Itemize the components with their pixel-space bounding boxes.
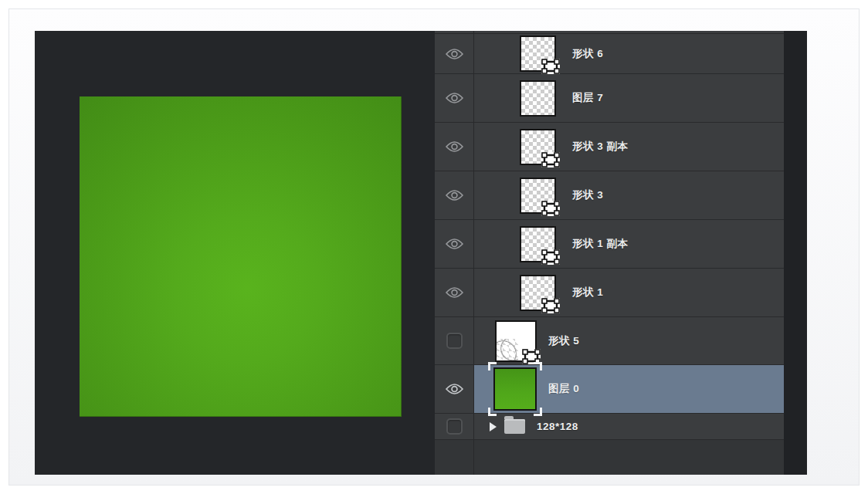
selection-bracket	[534, 408, 542, 416]
visibility-toggle[interactable]	[435, 414, 474, 439]
layer-row-layer7[interactable]: 图层 7	[435, 74, 784, 123]
eye-icon	[445, 48, 464, 60]
layer-row-shape1-copy[interactable]: 形状 1 副本	[435, 220, 784, 269]
visibility-toggle[interactable]	[435, 220, 474, 268]
visibility-toggle[interactable]	[435, 34, 474, 73]
photoshop-workspace: 形状 6 图层 7 形状 3 副本	[35, 31, 807, 475]
vector-mask-badge	[541, 297, 561, 314]
vector-mask-badge	[541, 151, 561, 168]
panel-scrollbar-track[interactable]	[784, 31, 807, 475]
layer-name[interactable]: 形状 6	[572, 47, 603, 61]
group-name[interactable]: 128*128	[537, 421, 578, 432]
selection-bracket	[534, 362, 542, 370]
eye-icon	[445, 383, 464, 395]
layer-name[interactable]: 形状 1 副本	[572, 237, 629, 251]
visibility-toggle[interactable]	[435, 123, 474, 171]
vector-mask-badge	[541, 58, 561, 75]
empty-checkbox-icon	[446, 418, 463, 435]
layers-panel: 形状 6 图层 7 形状 3 副本	[435, 31, 784, 475]
vector-mask-badge	[541, 200, 561, 217]
layer-thumbnail[interactable]	[520, 129, 556, 165]
green-square-artwork	[80, 96, 402, 417]
vector-mask-badge	[541, 249, 561, 266]
layer-row-layer0[interactable]: 图层 0	[435, 365, 784, 414]
eye-icon	[445, 189, 464, 201]
layer-row-shape3-copy[interactable]: 形状 3 副本	[435, 123, 784, 171]
layer-name[interactable]: 图层 0	[548, 382, 579, 396]
selected-thumbnail-wrap[interactable]	[493, 367, 537, 411]
group-row-128x128[interactable]: 128*128	[435, 414, 784, 440]
eye-icon	[445, 140, 464, 153]
document-canvas[interactable]	[35, 31, 435, 475]
visibility-toggle[interactable]	[435, 74, 474, 122]
layer-thumbnail[interactable]	[520, 178, 556, 214]
visibility-toggle[interactable]	[435, 317, 474, 364]
layer-thumbnail[interactable]	[493, 367, 537, 411]
visibility-toggle[interactable]	[435, 171, 474, 219]
shape-preview	[497, 339, 518, 360]
layer-name[interactable]: 形状 1	[572, 286, 603, 299]
layer-thumbnail[interactable]	[520, 80, 556, 117]
layer-row-shape3[interactable]: 形状 3	[435, 171, 784, 220]
visibility-toggle[interactable]	[435, 365, 474, 413]
layer-thumbnail[interactable]	[520, 36, 556, 72]
layer-thumbnail[interactable]	[520, 275, 556, 311]
layer-thumbnail[interactable]	[495, 320, 537, 362]
eye-icon	[445, 92, 464, 104]
selection-bracket	[488, 408, 497, 416]
eye-icon	[445, 238, 464, 250]
layer-name[interactable]: 图层 7	[572, 91, 603, 105]
eye-icon	[445, 286, 464, 299]
folder-icon	[504, 419, 525, 434]
visibility-toggle[interactable]	[435, 269, 474, 316]
layer-thumbnail[interactable]	[520, 226, 556, 262]
empty-checkbox-icon	[446, 333, 463, 349]
layer-row-shape1[interactable]: 形状 1	[435, 269, 784, 317]
selection-bracket	[488, 362, 497, 370]
collapse-triangle-icon[interactable]	[490, 422, 497, 431]
layer-name[interactable]: 形状 3	[572, 188, 603, 202]
layer-row-shape5[interactable]: 形状 5	[435, 317, 784, 365]
layer-row-shape6[interactable]: 形状 6	[435, 34, 784, 74]
layer-name[interactable]: 形状 3 副本	[572, 140, 629, 154]
layer-name[interactable]: 形状 5	[548, 334, 579, 348]
